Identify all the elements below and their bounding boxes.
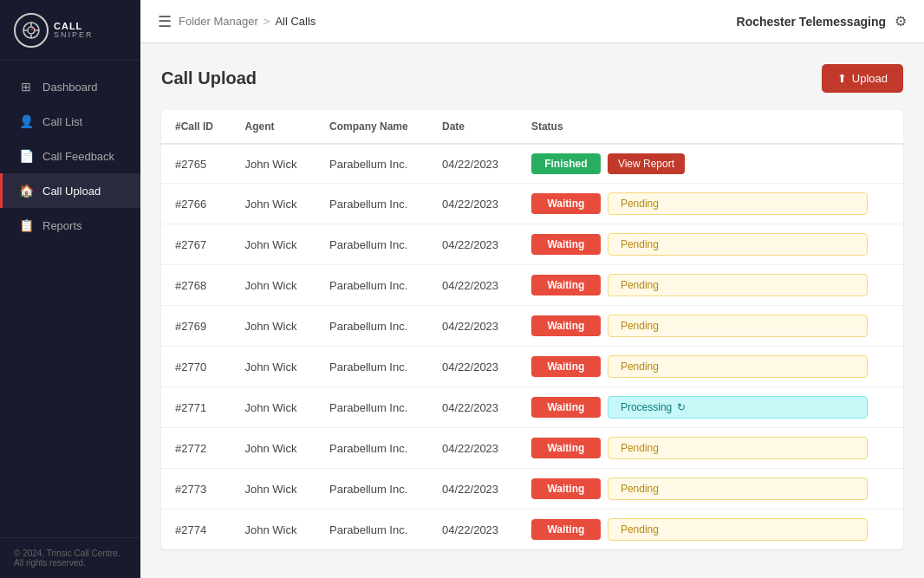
cell-call-id: #2770 — [161, 347, 231, 387]
cell-agent: John Wick — [231, 144, 316, 184]
breadcrumb-folder-manager[interactable]: Folder Manager — [179, 15, 258, 28]
sidebar-item-call-upload[interactable]: 🏠 Call Upload — [0, 173, 140, 208]
status-badge: Finished — [531, 153, 601, 174]
sidebar-item-label: Dashboard — [42, 81, 98, 94]
logo: CALL SNIPER — [0, 0, 140, 61]
cell-status: WaitingPending — [517, 306, 903, 347]
pending-status: Pending — [608, 518, 868, 541]
pending-status: Pending — [608, 274, 868, 296]
pending-status: Pending — [608, 233, 868, 256]
upload-button[interactable]: ⬆ Upload — [822, 64, 903, 93]
table-body: #2765John WickParabellum Inc.04/22/2023F… — [161, 144, 903, 549]
status-badge: Waiting — [531, 234, 601, 255]
logo-icon — [14, 13, 49, 48]
pending-status: Pending — [608, 192, 868, 215]
cell-call-id: #2769 — [161, 306, 231, 347]
header: ☰ Folder Manager > All Calls Rochester T… — [140, 0, 924, 43]
page-header: Call Upload ⬆ Upload — [161, 64, 903, 93]
col-status: Status — [517, 110, 903, 144]
call-feedback-icon: 📄 — [18, 149, 34, 163]
status-badge: Waiting — [531, 275, 601, 295]
sidebar-item-reports[interactable]: 📋 Reports — [0, 208, 140, 243]
breadcrumb: Folder Manager > All Calls — [179, 15, 316, 28]
sidebar-item-call-feedback[interactable]: 📄 Call Feedback — [0, 139, 140, 173]
sidebar: CALL SNIPER ⊞ Dashboard 👤 Call List 📄 Ca… — [0, 0, 140, 578]
status-badge: Waiting — [531, 438, 601, 458]
cell-status: WaitingPending — [517, 510, 903, 550]
cell-agent: John Wick — [231, 224, 316, 265]
svg-line-6 — [31, 28, 34, 30]
dashboard-icon: ⊞ — [18, 80, 34, 94]
logo-sniper: SNIPER — [54, 31, 94, 39]
cell-agent: John Wick — [231, 469, 316, 510]
col-agent: Agent — [231, 110, 316, 144]
brand-name: Rochester Telemessaging — [737, 15, 886, 29]
logo-call: CALL — [54, 22, 94, 31]
cell-status: WaitingProcessing ↻ — [517, 387, 903, 428]
cell-status: WaitingPending — [517, 265, 903, 306]
cell-company: Parabellum Inc. — [316, 144, 428, 184]
cell-agent: John Wick — [231, 184, 316, 224]
col-company: Company Name — [316, 110, 428, 144]
cell-status: WaitingPending — [517, 224, 903, 265]
cell-company: Parabellum Inc. — [316, 184, 428, 224]
cell-call-id: #2765 — [161, 144, 231, 184]
page-title: Call Upload — [161, 68, 257, 88]
cell-call-id: #2774 — [161, 510, 231, 550]
upload-button-label: Upload — [852, 72, 888, 85]
table-row: #2774John WickParabellum Inc.04/22/2023W… — [161, 510, 903, 550]
page-content: Call Upload ⬆ Upload #Call ID Agent Comp… — [140, 43, 924, 578]
cell-date: 04/22/2023 — [428, 306, 517, 347]
cell-date: 04/22/2023 — [428, 347, 517, 387]
cell-date: 04/22/2023 — [428, 387, 517, 428]
cell-agent: John Wick — [231, 428, 316, 469]
table-row: #2765John WickParabellum Inc.04/22/2023F… — [161, 144, 903, 184]
status-badge: Waiting — [531, 397, 601, 418]
sidebar-nav: ⊞ Dashboard 👤 Call List 📄 Call Feedback … — [0, 61, 140, 537]
header-left: ☰ Folder Manager > All Calls — [158, 12, 316, 31]
table-row: #2769John WickParabellum Inc.04/22/2023W… — [161, 306, 903, 347]
cell-call-id: #2771 — [161, 387, 231, 428]
call-list-icon: 👤 — [18, 114, 34, 128]
cell-company: Parabellum Inc. — [316, 510, 428, 550]
cell-date: 04/22/2023 — [428, 469, 517, 510]
cell-call-id: #2772 — [161, 428, 231, 469]
cell-call-id: #2773 — [161, 469, 231, 510]
sidebar-item-label: Call List — [42, 115, 82, 128]
cell-company: Parabellum Inc. — [316, 265, 428, 306]
sidebar-footer: © 2024, Trinsic Call Centre. All rights … — [0, 537, 140, 578]
upload-icon: ⬆ — [837, 72, 847, 85]
table-header: #Call ID Agent Company Name Date Status — [161, 110, 903, 144]
table-row: #2768John WickParabellum Inc.04/22/2023W… — [161, 265, 903, 306]
cell-status: WaitingPending — [517, 347, 903, 387]
calls-table: #Call ID Agent Company Name Date Status … — [161, 110, 903, 549]
sidebar-item-call-list[interactable]: 👤 Call List — [0, 104, 140, 139]
cell-agent: John Wick — [231, 306, 316, 347]
sidebar-item-dashboard[interactable]: ⊞ Dashboard — [0, 69, 140, 104]
cell-status: FinishedView Report — [517, 144, 903, 184]
cell-date: 04/22/2023 — [428, 510, 517, 550]
cell-agent: John Wick — [231, 265, 316, 306]
status-badge: Waiting — [531, 193, 601, 214]
cell-company: Parabellum Inc. — [316, 387, 428, 428]
sidebar-item-label: Reports — [42, 219, 82, 232]
pending-status: Pending — [608, 477, 868, 500]
table-row: #2770John WickParabellum Inc.04/22/2023W… — [161, 347, 903, 387]
table-row: #2771John WickParabellum Inc.04/22/2023W… — [161, 387, 903, 428]
spinner-icon: ↻ — [677, 401, 686, 413]
sidebar-item-label: Call Upload — [42, 185, 101, 198]
cell-date: 04/22/2023 — [428, 224, 517, 265]
cell-call-id: #2766 — [161, 184, 231, 224]
table-row: #2766John WickParabellum Inc.04/22/2023W… — [161, 184, 903, 224]
settings-icon[interactable]: ⚙ — [895, 13, 907, 29]
hamburger-icon[interactable]: ☰ — [158, 12, 172, 31]
cell-company: Parabellum Inc. — [316, 469, 428, 510]
cell-status: WaitingPending — [517, 184, 903, 224]
main-content: ☰ Folder Manager > All Calls Rochester T… — [140, 0, 924, 578]
cell-date: 04/22/2023 — [428, 144, 517, 184]
cell-company: Parabellum Inc. — [316, 224, 428, 265]
view-report-button[interactable]: View Report — [608, 153, 685, 174]
cell-agent: John Wick — [231, 347, 316, 387]
table-row: #2772John WickParabellum Inc.04/22/2023W… — [161, 428, 903, 469]
processing-status: Processing ↻ — [608, 396, 868, 419]
